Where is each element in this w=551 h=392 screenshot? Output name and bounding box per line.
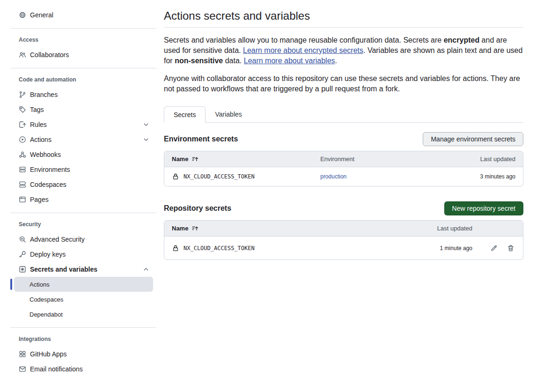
sidebar-item-secrets-and-variables[interactable]: Secrets and variables — [10, 262, 156, 277]
sidebar-item-rules[interactable]: Rules — [10, 117, 156, 132]
sidebar-item-webhooks[interactable]: Webhooks — [10, 147, 156, 162]
secrets-variables-tablist: Secrets Variables — [164, 106, 523, 123]
sidebar-item-collaborators[interactable]: Collaborators — [10, 47, 156, 62]
sidebar-section-integrations: Integrations — [10, 333, 156, 345]
repository-secrets-table-header: Name Last updated — [164, 221, 523, 237]
play-circle-icon — [19, 136, 26, 143]
column-header-last-updated: Last updated — [443, 155, 523, 163]
sidebar-subitem-codespaces[interactable]: Codespaces — [14, 292, 153, 307]
sidebar-section-security: Security — [10, 219, 156, 230]
sidebar-item-deploy-keys[interactable]: Deploy keys — [10, 247, 156, 262]
webhook-icon — [19, 151, 26, 158]
browser-icon — [19, 196, 26, 203]
sidebar-subitem-dependabot[interactable]: Dependabot — [14, 307, 153, 322]
secret-name: NX_CLOUD_ACCESS_TOKEN — [184, 245, 255, 251]
sidebar-item-general[interactable]: General — [10, 7, 156, 22]
sidebar-subitem-actions[interactable]: Actions — [14, 277, 153, 292]
sort-ascending-icon — [191, 155, 199, 163]
sidebar-item-label: Secrets and variables — [30, 266, 97, 273]
sidebar-item-label: Codespaces — [30, 181, 66, 188]
secret-name-cell: NX_CLOUD_ACCESS_TOKEN — [164, 244, 397, 252]
environment-cell: production — [320, 173, 443, 180]
sidebar-subitem-label: Codespaces — [29, 296, 63, 303]
sidebar-subitem-label: Actions — [29, 281, 50, 288]
sidebar-divider — [10, 28, 156, 29]
tab-variables[interactable]: Variables — [206, 106, 251, 122]
key-icon — [19, 251, 26, 258]
repository-secrets-table: Name Last updated NX_CLOUD_ACCESS_TOKEN … — [164, 220, 523, 260]
sidebar-item-actions[interactable]: Actions — [10, 132, 156, 147]
sidebar-section-access: Access — [10, 34, 156, 45]
sidebar-item-label: Advanced Security — [30, 236, 85, 243]
sidebar-divider — [10, 327, 156, 328]
sidebar-item-advanced-security[interactable]: Advanced Security — [10, 232, 156, 247]
sidebar-item-label: Environments — [30, 166, 70, 173]
sidebar-item-label: Rules — [30, 121, 47, 128]
secret-name-cell: NX_CLOUD_ACCESS_TOKEN — [164, 173, 320, 180]
sidebar-item-environments[interactable]: Environments — [10, 162, 156, 177]
sidebar-item-codespaces[interactable]: Codespaces — [10, 177, 156, 192]
pencil-icon — [490, 244, 498, 252]
sidebar-item-github-apps[interactable]: GitHub Apps — [10, 347, 156, 362]
people-icon — [19, 51, 26, 59]
repository-secrets-header: Repository secrets New repository secret — [164, 201, 523, 215]
page-title: Actions secrets and variables — [164, 9, 523, 28]
sidebar-item-label: Branches — [30, 91, 58, 98]
repository-secret-row: NX_CLOUD_ACCESS_TOKEN 1 minute ago — [164, 237, 523, 259]
learn-more-encrypted-secrets-link[interactable]: Learn more about encrypted secrets — [243, 46, 363, 54]
column-header-name: Name — [164, 225, 397, 232]
intro-paragraph-1: Secrets and variables allow you to manag… — [164, 35, 523, 66]
column-header-last-updated: Last updated — [397, 225, 472, 232]
environment-secrets-table-header: Name Environment Last updated — [164, 151, 523, 167]
environment-secrets-header: Environment secrets Manage environment s… — [164, 132, 523, 146]
mail-icon — [19, 365, 26, 373]
codescan-icon — [19, 236, 26, 243]
column-header-label: Name — [172, 155, 188, 163]
sidebar-item-pages[interactable]: Pages — [10, 192, 156, 207]
learn-more-variables-link[interactable]: Learn more about variables — [244, 57, 335, 65]
sidebar-divider — [10, 68, 156, 68]
environment-secrets-heading: Environment secrets — [164, 135, 238, 143]
sidebar-divider — [10, 213, 156, 213]
main-content: Actions secrets and variables Secrets an… — [164, 0, 523, 392]
environment-secrets-table: Name Environment Last updated NX_CLOUD_A… — [164, 151, 523, 186]
sidebar-item-tags[interactable]: Tags — [10, 102, 156, 117]
sidebar-item-label: Webhooks — [30, 151, 61, 158]
new-repository-secret-button[interactable]: New repository secret — [444, 201, 523, 215]
sidebar-item-label: Pages — [30, 196, 49, 203]
sidebar-item-branches[interactable]: Branches — [10, 87, 156, 102]
sidebar-item-email-notifications[interactable]: Email notifications — [10, 362, 156, 377]
column-header-label: Name — [172, 225, 188, 232]
last-updated-cell: 3 minutes ago — [443, 173, 523, 180]
column-header-environment: Environment — [320, 155, 443, 163]
lock-icon — [172, 173, 179, 180]
server-icon — [19, 166, 26, 173]
delete-secret-button[interactable] — [507, 244, 514, 252]
edit-secret-button[interactable] — [490, 244, 498, 252]
intro-bold-non-sensitive: non-sensitive — [175, 57, 223, 65]
intro-text: data. — [223, 57, 243, 65]
sidebar-item-label: GitHub Apps — [30, 350, 67, 358]
tag-icon — [19, 106, 26, 113]
chevron-up-icon — [142, 266, 150, 273]
sidebar-item-label: General — [30, 11, 53, 19]
lock-icon — [172, 244, 179, 252]
gear-icon — [19, 11, 26, 19]
intro-paragraph-2: Anyone with collaborator access to this … — [164, 74, 523, 94]
sort-ascending-icon — [191, 225, 199, 232]
environment-link[interactable]: production — [320, 173, 346, 180]
chevron-down-icon — [142, 121, 150, 128]
apps-grid-icon — [19, 350, 26, 358]
rules-icon — [19, 121, 26, 128]
chevron-down-icon — [142, 136, 150, 143]
secret-name: NX_CLOUD_ACCESS_TOKEN — [184, 173, 255, 180]
environment-secret-row: NX_CLOUD_ACCESS_TOKEN production 3 minut… — [164, 167, 523, 186]
sidebar-section-code-automation: Code and automation — [10, 74, 156, 85]
settings-sidebar: General Access Collaborators Code and au… — [0, 0, 156, 392]
intro-text: Secrets and variables allow you to manag… — [164, 36, 444, 44]
manage-environment-secrets-button[interactable]: Manage environment secrets — [423, 132, 523, 146]
last-updated-cell: 1 minute ago — [397, 245, 472, 251]
row-actions-cell — [472, 244, 523, 252]
tab-secrets[interactable]: Secrets — [164, 106, 206, 123]
repository-secrets-heading: Repository secrets — [164, 204, 231, 213]
